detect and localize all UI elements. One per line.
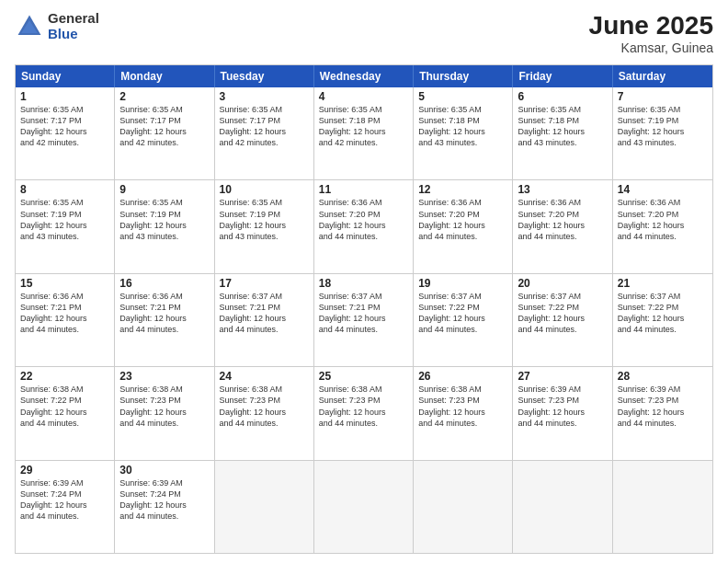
- day-6: 6 Sunrise: 6:35 AMSunset: 7:18 PMDayligh…: [513, 87, 612, 179]
- day-1: 1 Sunrise: 6:35 AMSunset: 7:17 PMDayligh…: [16, 87, 115, 179]
- title-month: June 2025: [589, 11, 713, 40]
- day-22: 22 Sunrise: 6:38 AMSunset: 7:22 PMDaylig…: [16, 367, 115, 459]
- header-tuesday: Tuesday: [215, 65, 314, 87]
- day-7: 7 Sunrise: 6:35 AMSunset: 7:19 PMDayligh…: [613, 87, 712, 179]
- header-monday: Monday: [115, 65, 214, 87]
- day-4: 4 Sunrise: 6:35 AMSunset: 7:18 PMDayligh…: [314, 87, 414, 179]
- header-saturday: Saturday: [613, 65, 712, 87]
- header-friday: Friday: [513, 65, 612, 87]
- day-empty-5: [613, 461, 712, 553]
- calendar-header: Sunday Monday Tuesday Wednesday Thursday…: [16, 65, 712, 87]
- title-block: June 2025 Kamsar, Guinea: [589, 11, 713, 55]
- day-21: 21 Sunrise: 6:37 AMSunset: 7:22 PMDaylig…: [613, 274, 712, 366]
- day-13: 13 Sunrise: 6:36 AMSunset: 7:20 PMDaylig…: [513, 180, 612, 272]
- logo-icon: [15, 12, 44, 41]
- day-27: 27 Sunrise: 6:39 AMSunset: 7:23 PMDaylig…: [513, 367, 612, 459]
- day-26: 26 Sunrise: 6:38 AMSunset: 7:23 PMDaylig…: [414, 367, 513, 459]
- day-9: 9 Sunrise: 6:35 AMSunset: 7:19 PMDayligh…: [115, 180, 214, 272]
- logo-text: General Blue: [48, 11, 99, 41]
- day-11: 11 Sunrise: 6:36 AMSunset: 7:20 PMDaylig…: [314, 180, 414, 272]
- day-2: 2 Sunrise: 6:35 AMSunset: 7:17 PMDayligh…: [115, 87, 214, 179]
- day-16: 16 Sunrise: 6:36 AMSunset: 7:21 PMDaylig…: [115, 274, 214, 366]
- day-empty-4: [513, 461, 612, 553]
- day-28: 28 Sunrise: 6:39 AMSunset: 7:23 PMDaylig…: [613, 367, 712, 459]
- week-row-5: 29 Sunrise: 6:39 AMSunset: 7:24 PMDaylig…: [16, 460, 712, 553]
- day-30: 30 Sunrise: 6:39 AMSunset: 7:24 PMDaylig…: [115, 461, 214, 553]
- day-23: 23 Sunrise: 6:38 AMSunset: 7:23 PMDaylig…: [115, 367, 214, 459]
- week-row-1: 1 Sunrise: 6:35 AMSunset: 7:17 PMDayligh…: [16, 87, 712, 179]
- header-thursday: Thursday: [414, 65, 513, 87]
- day-19: 19 Sunrise: 6:37 AMSunset: 7:22 PMDaylig…: [414, 274, 513, 366]
- day-17: 17 Sunrise: 6:37 AMSunset: 7:21 PMDaylig…: [215, 274, 314, 366]
- day-empty-1: [215, 461, 314, 553]
- day-18: 18 Sunrise: 6:37 AMSunset: 7:21 PMDaylig…: [314, 274, 414, 366]
- day-25: 25 Sunrise: 6:38 AMSunset: 7:23 PMDaylig…: [314, 367, 414, 459]
- day-15: 15 Sunrise: 6:36 AMSunset: 7:21 PMDaylig…: [16, 274, 115, 366]
- logo-general: General: [48, 11, 99, 27]
- day-29: 29 Sunrise: 6:39 AMSunset: 7:24 PMDaylig…: [16, 461, 115, 553]
- logo: General Blue: [15, 11, 99, 41]
- calendar: Sunday Monday Tuesday Wednesday Thursday…: [15, 64, 713, 554]
- day-24: 24 Sunrise: 6:38 AMSunset: 7:23 PMDaylig…: [215, 367, 314, 459]
- day-8: 8 Sunrise: 6:35 AMSunset: 7:19 PMDayligh…: [16, 180, 115, 272]
- header: General Blue June 2025 Kamsar, Guinea: [15, 11, 713, 55]
- day-10: 10 Sunrise: 6:35 AMSunset: 7:19 PMDaylig…: [215, 180, 314, 272]
- week-row-4: 22 Sunrise: 6:38 AMSunset: 7:22 PMDaylig…: [16, 366, 712, 459]
- day-5: 5 Sunrise: 6:35 AMSunset: 7:18 PMDayligh…: [414, 87, 513, 179]
- title-location: Kamsar, Guinea: [589, 40, 713, 55]
- day-12: 12 Sunrise: 6:36 AMSunset: 7:20 PMDaylig…: [414, 180, 513, 272]
- day-20: 20 Sunrise: 6:37 AMSunset: 7:22 PMDaylig…: [513, 274, 612, 366]
- day-3: 3 Sunrise: 6:35 AMSunset: 7:17 PMDayligh…: [215, 87, 314, 179]
- page: General Blue June 2025 Kamsar, Guinea Su…: [0, 0, 728, 563]
- calendar-body: 1 Sunrise: 6:35 AMSunset: 7:17 PMDayligh…: [16, 87, 712, 553]
- header-sunday: Sunday: [16, 65, 115, 87]
- day-empty-3: [414, 461, 513, 553]
- week-row-2: 8 Sunrise: 6:35 AMSunset: 7:19 PMDayligh…: [16, 179, 712, 272]
- logo-blue: Blue: [48, 27, 99, 42]
- header-wednesday: Wednesday: [314, 65, 414, 87]
- day-14: 14 Sunrise: 6:36 AMSunset: 7:20 PMDaylig…: [613, 180, 712, 272]
- week-row-3: 15 Sunrise: 6:36 AMSunset: 7:21 PMDaylig…: [16, 273, 712, 366]
- day-empty-2: [314, 461, 414, 553]
